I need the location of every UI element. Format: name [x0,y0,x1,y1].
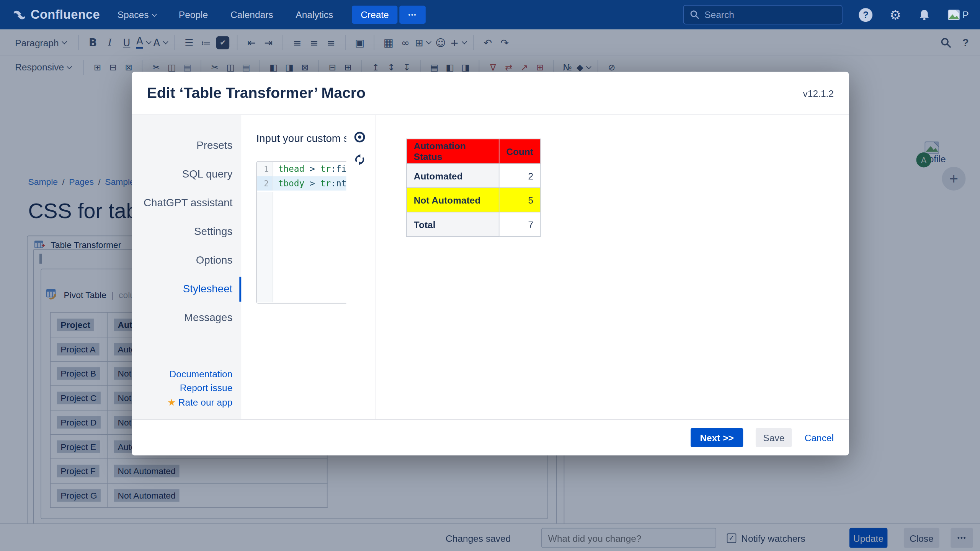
dialog-title: Edit ‘Table Transformer’ Macro [147,84,366,102]
refresh-icon[interactable] [354,154,366,166]
line-number: 1 [257,162,273,176]
preview-row: Not Automated5 [407,188,541,212]
code-token: :first-child [331,164,346,174]
tab-presets[interactable]: Presets [132,131,241,160]
edit-macro-dialog: Edit ‘Table Transformer’ Macro v12.1.2 P… [132,72,849,455]
avatar-broken-image-icon [947,8,961,21]
dialog-tabs: PresetsSQL queryChatGPT assistantSetting… [132,131,241,333]
nav-item-label: Analytics [296,9,333,20]
preview-header-row: Automation StatusCount [407,139,541,163]
nav-menu: SpacesPeopleCalendarsAnalytics [118,9,333,20]
preview-count-cell: 2 [499,163,541,188]
gear-icon[interactable]: ⚙ [890,7,902,22]
code-token: > [304,178,320,188]
preview-area: Automation StatusCountAutomated2Not Auto… [376,115,849,419]
preview-row: Automated2 [407,163,541,188]
search-placeholder: Search [704,9,734,20]
avatar[interactable]: P [947,8,969,21]
link-report-issue[interactable]: Report issue [167,381,232,395]
next-button[interactable]: Next >> [691,428,743,447]
code-token: thead [278,164,305,174]
avatar-letter: P [962,9,969,20]
css-code-editor[interactable]: 1thead > tr:first-child2tbody > tr:nth-c… [256,161,346,303]
dialog-sidebar: PresetsSQL queryChatGPT assistantSetting… [132,115,241,419]
nav-item-label: Calendars [230,9,273,20]
code-token: :nth-child [331,178,346,188]
confluence-logo[interactable]: Confluence [13,8,100,22]
star-icon: ★ [167,396,176,408]
confluence-logo-icon [13,8,26,21]
save-button[interactable]: Save [756,428,792,447]
preview-column-header: Automation Status [407,139,499,163]
tab-messages[interactable]: Messages [132,303,241,332]
dialog-header: Edit ‘Table Transformer’ Macro v12.1.2 [132,72,849,115]
cancel-button[interactable]: Cancel [805,432,834,443]
code-token: tr [320,178,331,188]
dialog-version: v12.1.2 [803,88,834,98]
code-text: tbody > tr:nth-child [273,176,346,191]
nav-item-label: Spaces [118,9,149,20]
nav-item-analytics[interactable]: Analytics [296,9,333,20]
nav-item-people[interactable]: People [179,9,208,20]
nav-more-button[interactable]: ••• [399,6,425,24]
preview-count-cell: 5 [499,188,541,212]
code-line[interactable]: 2tbody > tr:nth-child [257,176,346,191]
notifications-bell-icon[interactable] [918,8,931,21]
stylesheet-editor-pane: Input your custom stylesheet 1thead > tr… [241,115,346,419]
code-lines: 1thead > tr:first-child2tbody > tr:nth-c… [257,162,346,191]
preview-column-header: Count [499,139,541,163]
help-icon[interactable]: ? [859,8,873,21]
line-number: 2 [257,176,273,191]
code-gutter [257,192,273,302]
code-line[interactable]: 1thead > tr:first-child [257,162,346,176]
preview-eye-icon[interactable] [354,131,366,143]
nav-icons: ? ⚙ P [859,7,969,22]
chevron-down-icon [152,11,157,16]
stylesheet-editor-label: Input your custom stylesheet [256,132,346,145]
search-icon [690,10,699,19]
code-token: tr [320,164,331,174]
preview-label-cell: Automated [407,163,499,188]
code-token: tbody [278,178,305,188]
dialog-body: PresetsSQL queryChatGPT assistantSetting… [132,115,849,419]
tab-options[interactable]: Options [132,246,241,275]
link-label: Documentation [170,368,233,379]
tab-sql-query[interactable]: SQL query [132,160,241,189]
tab-chatgpt-assistant[interactable]: ChatGPT assistant [132,189,241,217]
dialog-links: DocumentationReport issue★Rate our app [167,367,232,409]
preview-row: Total7 [407,212,541,236]
tab-settings[interactable]: Settings [132,217,241,246]
dialog-footer: Next >> Save Cancel [132,419,849,455]
link-documentation[interactable]: Documentation [167,367,232,381]
preview-label-cell: Not Automated [407,188,499,212]
link-label: Rate our app [178,396,233,407]
link-label: Report issue [180,382,232,393]
code-token: > [304,164,320,174]
result-preview-table: Automation StatusCountAutomated2Not Auto… [406,139,541,236]
preview-count-cell: 7 [499,212,541,236]
nav-item-calendars[interactable]: Calendars [230,9,273,20]
nav-item-label: People [179,9,208,20]
confluence-logo-text: Confluence [31,8,100,22]
editor-icon-strip [346,115,376,419]
nav-item-spaces[interactable]: Spaces [118,9,156,20]
link-rate-our-app[interactable]: ★Rate our app [167,395,232,409]
create-button[interactable]: Create [352,6,397,24]
code-text: thead > tr:first-child [273,162,346,176]
tab-stylesheet[interactable]: Stylesheet [132,275,241,303]
top-nav: Confluence SpacesPeopleCalendarsAnalytic… [0,0,980,29]
nav-search-box[interactable]: Search [683,5,843,24]
preview-label-cell: Total [407,212,499,236]
